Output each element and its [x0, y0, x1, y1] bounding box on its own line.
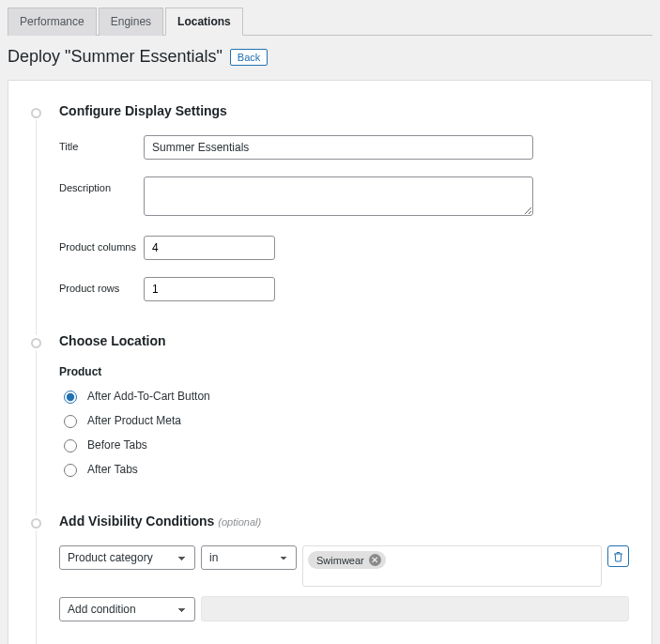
location-heading: Choose Location	[59, 333, 629, 348]
description-label: Description	[59, 176, 144, 193]
configure-heading: Configure Display Settings	[59, 103, 629, 118]
optional-label: (optional)	[218, 516, 261, 528]
visibility-heading: Add Visibility Conditions (optional)	[59, 514, 629, 529]
chip-remove-icon[interactable]: ✕	[369, 554, 381, 566]
title-input[interactable]	[144, 135, 533, 160]
location-option-label: After Product Meta	[87, 414, 181, 427]
page-header: Deploy "Summer Essentials" Back	[8, 36, 652, 80]
chip-swimwear: Swimwear ✕	[308, 551, 386, 569]
title-label: Title	[59, 135, 144, 152]
rows-label: Product rows	[59, 277, 144, 294]
location-radio-group: After Add-To-Cart Button After Product M…	[59, 388, 629, 477]
visibility-condition-row: Product category in Swimwear ✕	[59, 545, 629, 587]
location-option-after-tabs[interactable]: After Tabs	[59, 461, 629, 477]
columns-label: Product columns	[59, 236, 144, 253]
add-condition-placeholder	[201, 596, 629, 621]
location-option-label: After Add-To-Cart Button	[87, 390, 210, 403]
trash-icon	[613, 551, 623, 562]
location-group-product: Product	[59, 365, 629, 378]
location-option-after-add-to-cart[interactable]: After Add-To-Cart Button	[59, 388, 629, 404]
location-radio-after-add-to-cart[interactable]	[64, 391, 77, 404]
back-button[interactable]: Back	[230, 49, 268, 66]
main-panel: Configure Display Settings Title Descrip…	[8, 80, 652, 644]
condition-field-select[interactable]: Product category	[59, 545, 195, 570]
step-node-configure	[31, 108, 41, 118]
product-columns-input[interactable]	[144, 236, 275, 260]
product-rows-input[interactable]	[144, 277, 275, 301]
tab-performance[interactable]: Performance	[8, 8, 97, 36]
location-radio-after-tabs[interactable]	[64, 464, 77, 477]
condition-value-box[interactable]: Swimwear ✕	[302, 545, 602, 587]
step-node-visibility	[31, 518, 41, 529]
location-option-label: Before Tabs	[87, 438, 147, 452]
step-node-location	[31, 338, 41, 348]
add-condition-row: Add condition	[59, 596, 629, 621]
location-option-after-product-meta[interactable]: After Product Meta	[59, 412, 629, 428]
delete-condition-button[interactable]	[607, 545, 629, 567]
tabs: Performance Engines Locations	[8, 8, 652, 36]
location-option-label: After Tabs	[87, 463, 138, 476]
chip-label: Swimwear	[316, 555, 364, 566]
description-input[interactable]	[144, 176, 533, 216]
condition-operator-select[interactable]: in	[201, 545, 297, 570]
tab-engines[interactable]: Engines	[99, 8, 163, 36]
add-condition-select[interactable]: Add condition	[59, 597, 195, 621]
location-radio-after-product-meta[interactable]	[64, 415, 77, 428]
page-title: Deploy "Summer Essentials"	[8, 47, 223, 67]
tab-locations[interactable]: Locations	[165, 8, 243, 36]
location-option-before-tabs[interactable]: Before Tabs	[59, 437, 629, 452]
location-radio-before-tabs[interactable]	[64, 439, 77, 452]
